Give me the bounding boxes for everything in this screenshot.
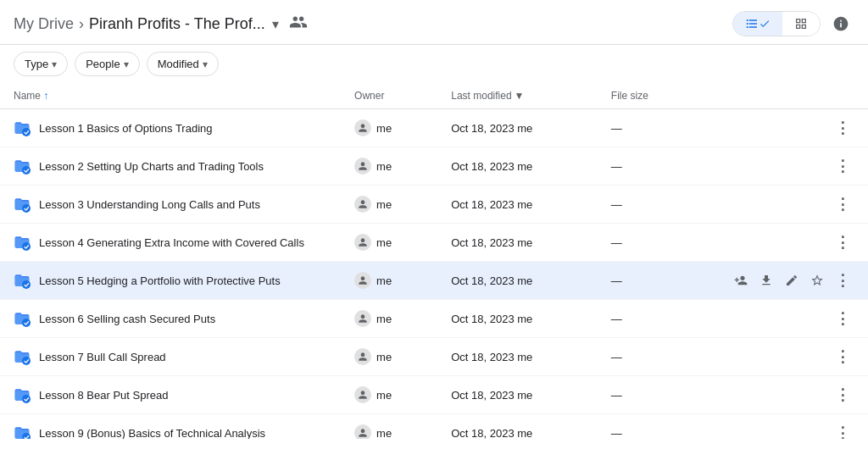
more-actions-button[interactable]: ⋮ xyxy=(831,116,854,140)
more-actions-button[interactable]: ⋮ xyxy=(831,383,854,407)
more-actions-button[interactable]: ⋮ xyxy=(831,345,854,369)
name-cell: Lesson 6 Selling cash Secured Puts xyxy=(0,300,341,338)
owner-cell: me xyxy=(341,224,437,262)
name-cell: Lesson 1 Basics of Options Trading xyxy=(0,109,341,147)
breadcrumb: My Drive › Piranh Profits - The Prof... … xyxy=(14,13,308,36)
grid-view-button[interactable] xyxy=(782,12,820,36)
more-actions-button[interactable]: ⋮ xyxy=(831,307,854,330)
actions-cell: ⋮ xyxy=(715,186,868,223)
type-filter-button[interactable]: Type ▾ xyxy=(14,52,68,76)
table-header-row: Name ↑ Owner Last modified ▼ File size xyxy=(0,83,868,109)
owner-name: me xyxy=(376,198,392,211)
folder-icon xyxy=(14,272,31,289)
folder-icon xyxy=(14,348,31,365)
avatar xyxy=(354,234,371,251)
modified-cell: Oct 18, 2023 me xyxy=(437,224,598,262)
more-actions-button[interactable]: ⋮ xyxy=(831,230,854,254)
name-cell: Lesson 2 Setting Up Charts and Trading T… xyxy=(0,147,341,186)
modified-column-header[interactable]: Last modified ▼ xyxy=(437,83,598,109)
svg-point-4 xyxy=(22,280,31,289)
name-cell: Lesson 4 Generating Extra Income with Co… xyxy=(0,224,341,262)
table-row[interactable]: Lesson 3 Understanding Long Calls and Pu… xyxy=(0,186,868,224)
owner-name: me xyxy=(376,389,392,402)
svg-point-5 xyxy=(22,319,31,327)
folder-icon xyxy=(14,424,31,439)
actions-cell: ⋮ xyxy=(715,224,868,261)
modified-cell: Oct 18, 2023 me xyxy=(437,376,598,414)
people-share-icon[interactable] xyxy=(289,13,308,36)
filters-bar: Type ▾ People ▾ Modified ▾ xyxy=(0,45,868,83)
actions-cell: ⋮ xyxy=(715,262,868,299)
owner-cell: me xyxy=(341,147,437,186)
avatar xyxy=(354,272,371,289)
actions-cell: ⋮ xyxy=(715,338,868,375)
info-button[interactable] xyxy=(827,10,854,37)
owner-name: me xyxy=(376,236,392,249)
more-actions-button[interactable]: ⋮ xyxy=(831,269,854,292)
filesize-cell: — xyxy=(598,186,715,224)
table-row[interactable]: Lesson 1 Basics of Options Trading me Oc… xyxy=(0,109,868,147)
modified-filter-button[interactable]: Modified ▾ xyxy=(147,52,219,76)
avatar xyxy=(354,386,371,403)
actions-cell: ⋮ xyxy=(715,109,868,147)
type-filter-label: Type xyxy=(25,58,48,70)
my-drive-link[interactable]: My Drive xyxy=(14,15,74,33)
name-cell: Lesson 7 Bull Call Spread xyxy=(0,338,341,376)
svg-point-2 xyxy=(22,204,31,213)
table-row[interactable]: Lesson 2 Setting Up Charts and Trading T… xyxy=(0,147,868,186)
more-actions-button[interactable]: ⋮ xyxy=(831,192,854,216)
breadcrumb-separator: › xyxy=(79,15,84,33)
modified-sort-icon: ▼ xyxy=(515,90,525,102)
actions-cell: ⋮ xyxy=(715,300,868,337)
svg-point-6 xyxy=(22,357,31,365)
name-cell: Lesson 9 (Bonus) Basics of Technical Ana… xyxy=(0,414,341,440)
table-row[interactable]: Lesson 7 Bull Call Spread me Oct 18, 202… xyxy=(0,338,868,376)
name-cell: Lesson 5 Hedging a Portfolio with Protec… xyxy=(0,262,341,300)
star-button[interactable] xyxy=(805,269,829,292)
owner-name: me xyxy=(376,274,392,287)
folder-name: Piranh Profits - The Prof... xyxy=(89,15,265,33)
table-row[interactable]: Lesson 9 (Bonus) Basics of Technical Ana… xyxy=(0,414,868,440)
file-name: Lesson 9 (Bonus) Basics of Technical Ana… xyxy=(39,427,265,440)
owner-column-header: Owner xyxy=(341,83,437,109)
filesize-cell: — xyxy=(598,338,715,376)
header-actions xyxy=(732,10,854,37)
owner-cell: me xyxy=(341,186,437,224)
avatar xyxy=(354,119,371,136)
filesize-cell: — xyxy=(598,224,715,262)
modified-cell: Oct 18, 2023 me xyxy=(437,186,598,224)
table-row[interactable]: Lesson 6 Selling cash Secured Puts me Oc… xyxy=(0,300,868,338)
view-toggle xyxy=(732,11,821,36)
folder-icon xyxy=(14,158,31,175)
download-button[interactable] xyxy=(754,269,778,292)
header: My Drive › Piranh Profits - The Prof... … xyxy=(0,0,868,45)
owner-cell: me xyxy=(341,262,437,300)
folder-chevron[interactable]: ▾ xyxy=(270,14,281,34)
more-actions-button[interactable]: ⋮ xyxy=(831,421,854,439)
list-view-button[interactable] xyxy=(733,12,782,36)
avatar xyxy=(354,310,371,327)
modified-cell: Oct 18, 2023 me xyxy=(437,414,598,440)
svg-point-3 xyxy=(22,242,31,251)
name-column-header[interactable]: Name ↑ xyxy=(0,83,341,109)
file-name: Lesson 6 Selling cash Secured Puts xyxy=(39,313,215,325)
folder-icon xyxy=(14,119,31,136)
table-row[interactable]: Lesson 4 Generating Extra Income with Co… xyxy=(0,224,868,262)
people-filter-button[interactable]: People ▾ xyxy=(75,52,139,76)
actions-cell: ⋮ xyxy=(715,376,868,413)
folder-icon xyxy=(14,196,31,213)
svg-point-1 xyxy=(22,166,31,175)
edit-button[interactable] xyxy=(780,269,804,292)
table-row[interactable]: Lesson 5 Hedging a Portfolio with Protec… xyxy=(0,262,868,300)
folder-icon xyxy=(14,234,31,251)
folder-icon xyxy=(14,386,31,403)
share-person-button[interactable] xyxy=(729,269,753,292)
owner-name: me xyxy=(376,160,392,173)
more-actions-button[interactable]: ⋮ xyxy=(831,154,854,178)
name-cell: Lesson 3 Understanding Long Calls and Pu… xyxy=(0,186,341,224)
filesize-column-header: File size xyxy=(598,83,715,109)
modified-filter-chevron: ▾ xyxy=(203,58,208,70)
avatar xyxy=(354,424,371,439)
modified-cell: Oct 18, 2023 me xyxy=(437,262,598,300)
table-row[interactable]: Lesson 8 Bear Put Spread me Oct 18, 2023… xyxy=(0,376,868,414)
